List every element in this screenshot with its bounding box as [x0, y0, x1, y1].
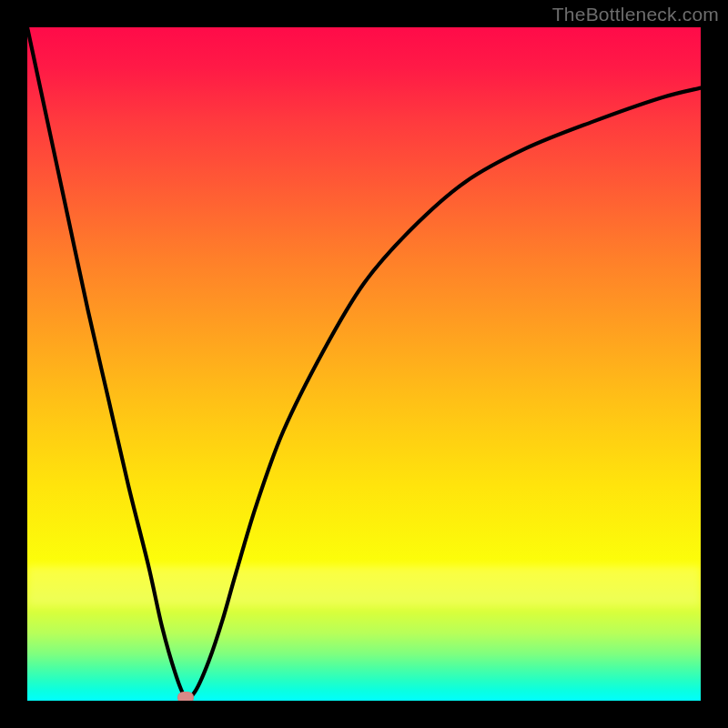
watermark-text: TheBottleneck.com	[552, 4, 719, 25]
bottleneck-curve	[27, 27, 701, 701]
optimal-point-marker	[177, 692, 194, 701]
chart-frame: TheBottleneck.com	[0, 0, 728, 728]
plot-area	[27, 27, 701, 701]
